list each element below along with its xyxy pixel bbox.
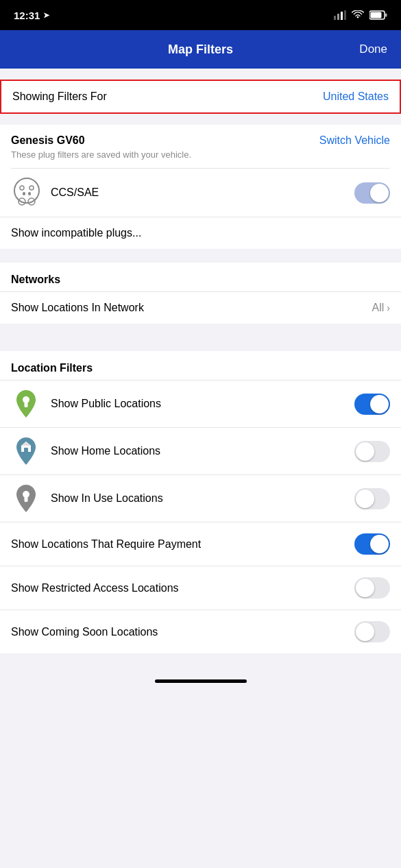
svg-rect-0 bbox=[334, 16, 336, 20]
nav-bar: Map Filters Done bbox=[0, 30, 401, 69]
home-bar bbox=[155, 679, 247, 683]
ccs-plug-icon bbox=[11, 177, 42, 208]
inuse-loc-label: Show In Use Locations bbox=[51, 492, 163, 505]
vehicle-section: Genesis GV60 Switch Vehicle These plug f… bbox=[0, 125, 401, 217]
coming-soon-row: Show Coming Soon Locations bbox=[0, 610, 401, 653]
svg-rect-17 bbox=[24, 448, 28, 452]
home-location-icon bbox=[11, 436, 41, 466]
location-filters-header-row: Location Filters bbox=[0, 351, 401, 380]
location-filters-header: Location Filters bbox=[11, 362, 93, 374]
plug-left: CCS/SAE bbox=[11, 177, 99, 208]
ccs-plug-label: CCS/SAE bbox=[51, 186, 99, 199]
bottom-gap bbox=[0, 653, 401, 674]
section-gap-2 bbox=[0, 324, 401, 337]
location-filters-section: Location Filters Show Public Locations bbox=[0, 351, 401, 653]
networks-section: Networks Show Locations In Network All › bbox=[0, 263, 401, 324]
svg-point-8 bbox=[20, 186, 24, 190]
require-payment-toggle[interactable] bbox=[354, 533, 390, 555]
svg-rect-6 bbox=[371, 12, 382, 19]
home-toggle[interactable] bbox=[354, 441, 390, 462]
restricted-access-row: Show Restricted Access Locations bbox=[0, 566, 401, 610]
signal-icon bbox=[334, 10, 346, 20]
svg-rect-15 bbox=[25, 401, 28, 407]
incompatible-row[interactable]: Show incompatible plugs... bbox=[0, 217, 401, 249]
show-home-row: Show Home Locations bbox=[0, 427, 401, 474]
public-loc-label: Show Public Locations bbox=[51, 398, 161, 410]
public-toggle[interactable] bbox=[354, 394, 390, 415]
svg-point-9 bbox=[29, 186, 34, 190]
home-indicator bbox=[0, 674, 401, 688]
svg-rect-2 bbox=[341, 12, 343, 20]
show-locations-network-label: Show Locations In Network bbox=[11, 302, 144, 314]
section-gap-1 bbox=[0, 249, 401, 263]
networks-header: Networks bbox=[11, 274, 60, 285]
incompatible-label: Show incompatible plugs... bbox=[11, 227, 141, 239]
show-public-row: Show Public Locations bbox=[0, 380, 401, 427]
inuse-toggle[interactable] bbox=[354, 488, 390, 509]
done-button[interactable]: Done bbox=[359, 43, 387, 56]
svg-rect-10 bbox=[23, 192, 25, 195]
show-locations-network-value: All › bbox=[372, 302, 390, 314]
svg-rect-11 bbox=[28, 192, 31, 195]
location-arrow-icon: ➤ bbox=[43, 11, 49, 20]
restricted-access-label: Show Restricted Access Locations bbox=[11, 582, 179, 594]
switch-vehicle-button[interactable]: Switch Vehicle bbox=[319, 134, 390, 147]
vehicle-name: Genesis GV60 bbox=[11, 134, 85, 147]
filter-country-value: United States bbox=[323, 91, 389, 103]
coming-soon-toggle[interactable] bbox=[354, 621, 390, 642]
filter-country-label: Showing Filters For bbox=[12, 91, 107, 103]
ccs-toggle[interactable] bbox=[354, 182, 390, 204]
networks-header-row: Networks bbox=[0, 263, 401, 291]
restricted-access-toggle[interactable] bbox=[354, 577, 390, 599]
public-location-icon bbox=[11, 389, 41, 419]
svg-rect-20 bbox=[25, 496, 28, 502]
status-bar: 12:31 ➤ bbox=[0, 0, 401, 30]
vehicle-subtitle: These plug filters are saved with your v… bbox=[11, 149, 390, 160]
show-locations-network-row[interactable]: Show Locations In Network All › bbox=[0, 291, 401, 324]
coming-soon-label: Show Coming Soon Locations bbox=[11, 626, 158, 638]
inuse-location-icon bbox=[11, 483, 41, 514]
network-value-text: All bbox=[372, 302, 385, 314]
status-icons bbox=[334, 10, 387, 20]
show-inuse-row: Show In Use Locations bbox=[0, 474, 401, 522]
vehicle-header: Genesis GV60 Switch Vehicle bbox=[11, 134, 390, 147]
require-payment-row: Show Locations That Require Payment bbox=[0, 522, 401, 566]
svg-point-7 bbox=[14, 178, 39, 203]
inuse-loc-left: Show In Use Locations bbox=[11, 483, 163, 514]
home-loc-left: Show Home Locations bbox=[11, 436, 160, 466]
chevron-right-icon: › bbox=[387, 302, 390, 313]
content: Showing Filters For United States Genesi… bbox=[0, 80, 401, 688]
ccs-plug-row: CCS/SAE bbox=[11, 168, 390, 217]
public-loc-left: Show Public Locations bbox=[11, 389, 161, 419]
battery-icon bbox=[369, 10, 387, 20]
nav-title: Map Filters bbox=[168, 43, 233, 57]
svg-rect-1 bbox=[337, 14, 339, 20]
require-payment-label: Show Locations That Require Payment bbox=[11, 538, 201, 551]
status-time: 12:31 ➤ bbox=[14, 10, 49, 21]
svg-rect-5 bbox=[385, 14, 387, 17]
wifi-icon bbox=[352, 10, 364, 20]
filter-country-section[interactable]: Showing Filters For United States bbox=[0, 80, 401, 114]
svg-rect-3 bbox=[344, 10, 346, 20]
home-loc-label: Show Home Locations bbox=[51, 445, 160, 457]
